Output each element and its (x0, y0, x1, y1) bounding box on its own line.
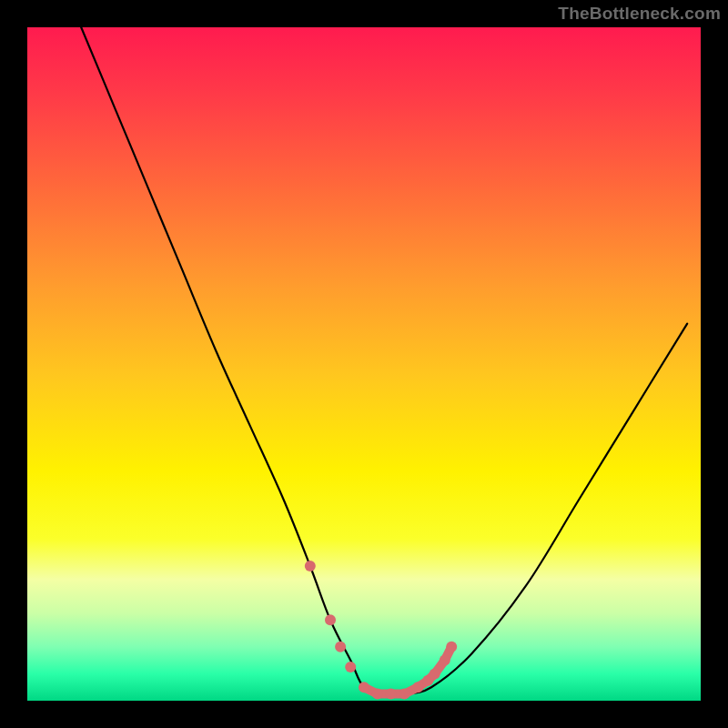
marker-dot (440, 655, 450, 666)
watermark-text: TheBottleneck.com (558, 4, 721, 24)
marker-group (305, 561, 457, 700)
marker-dot (430, 668, 440, 679)
marker-dot (446, 642, 457, 652)
marker-dot (335, 642, 346, 652)
bottleneck-curve (81, 27, 687, 695)
curve-svg (27, 27, 701, 701)
marker-dot (386, 689, 397, 700)
marker-dot (399, 689, 410, 700)
marker-dot (359, 682, 369, 693)
plot-area (27, 27, 701, 701)
marker-dot (305, 561, 316, 571)
marker-dot (372, 689, 383, 700)
chart-frame: TheBottleneck.com (0, 0, 728, 728)
marker-dot (345, 662, 356, 672)
marker-dot (325, 614, 336, 625)
marker-dot (412, 682, 423, 693)
